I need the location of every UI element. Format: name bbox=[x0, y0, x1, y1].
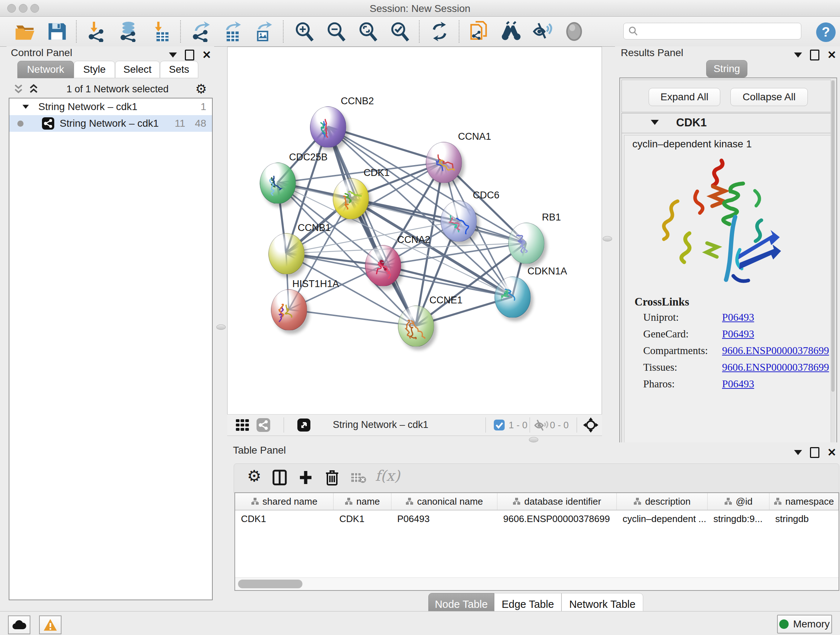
close-panel-icon[interactable]: ✕ bbox=[827, 446, 836, 459]
table-horizontal-scrollbar[interactable] bbox=[235, 578, 838, 590]
edge-CCNB2-CCNE1[interactable] bbox=[328, 127, 416, 326]
crosslink-value[interactable]: 9606.ENSP00000378699 bbox=[722, 361, 829, 373]
float-panel-icon[interactable] bbox=[794, 450, 802, 455]
edge-HIST1H1A-CCNE1[interactable] bbox=[289, 310, 416, 326]
table-cell[interactable]: cyclin–dependent ... bbox=[617, 510, 707, 527]
toggle-graphics-details-icon[interactable] bbox=[564, 21, 584, 42]
hide-selected-icon[interactable] bbox=[532, 21, 554, 42]
save-session-icon[interactable] bbox=[46, 21, 67, 42]
network-node-CCNB1[interactable] bbox=[268, 233, 305, 274]
crosslink-value[interactable]: P06493 bbox=[722, 328, 754, 340]
table-cell[interactable]: CDK1 bbox=[333, 510, 392, 527]
search-box[interactable] bbox=[623, 23, 801, 40]
maximize-panel-icon[interactable] bbox=[810, 447, 819, 458]
right-splitter-handle[interactable] bbox=[603, 236, 612, 241]
import-table-file-icon[interactable] bbox=[150, 21, 172, 42]
zoom-fit-icon[interactable] bbox=[357, 21, 378, 42]
network-row[interactable]: String Network – cdk1 11 48 bbox=[9, 115, 212, 132]
detach-view-icon[interactable] bbox=[297, 418, 311, 432]
expand-all-icon[interactable] bbox=[27, 83, 40, 95]
update-network-icon[interactable] bbox=[429, 21, 450, 42]
tab-network[interactable]: Network bbox=[17, 61, 74, 78]
import-network-file-icon[interactable] bbox=[86, 21, 107, 42]
table-cell[interactable]: CDK1 bbox=[235, 510, 333, 527]
tab-sets[interactable]: Sets bbox=[160, 61, 198, 78]
collapse-all-button[interactable]: Collapse All bbox=[730, 88, 808, 106]
table-cell[interactable]: P06493 bbox=[392, 510, 497, 527]
network-node-CCNA1[interactable] bbox=[426, 142, 462, 183]
results-scrollbar[interactable] bbox=[831, 80, 835, 455]
network-node-HIST1H1A[interactable] bbox=[271, 289, 307, 331]
zoom-in-icon[interactable] bbox=[294, 21, 315, 42]
network-collection-row[interactable]: String Network – cdk1 1 bbox=[9, 98, 212, 115]
tab-style[interactable]: Style bbox=[74, 61, 115, 78]
column-header-sharedname[interactable]: shared name bbox=[235, 493, 333, 510]
hidden-eye-icon[interactable] bbox=[534, 419, 548, 432]
import-network-database-icon[interactable] bbox=[118, 21, 139, 42]
table-cell[interactable]: stringdb:9... bbox=[707, 510, 769, 527]
column-header-id[interactable]: @id bbox=[707, 493, 769, 510]
close-panel-icon[interactable]: ✕ bbox=[202, 49, 211, 61]
node-label-CCNA2: CCNA2 bbox=[397, 234, 431, 245]
collapse-all-icon[interactable] bbox=[12, 83, 25, 95]
network-node-RB1[interactable] bbox=[508, 223, 545, 264]
add-column-icon[interactable] bbox=[298, 470, 313, 486]
network-node-CCNE1[interactable] bbox=[398, 306, 434, 347]
network-node-CDK1[interactable] bbox=[333, 178, 369, 219]
table-cell[interactable]: 9606.ENSP00000378699 bbox=[497, 510, 617, 527]
open-session-icon[interactable] bbox=[14, 21, 35, 42]
float-panel-icon[interactable] bbox=[169, 52, 177, 57]
export-table-icon[interactable] bbox=[221, 21, 242, 42]
search-input[interactable] bbox=[639, 25, 792, 37]
export-network-icon[interactable] bbox=[190, 21, 211, 42]
maximize-panel-icon[interactable] bbox=[185, 50, 194, 60]
warnings-button[interactable] bbox=[39, 616, 62, 634]
tab-string[interactable]: String bbox=[706, 60, 747, 78]
expand-all-button[interactable]: Expand All bbox=[649, 88, 720, 106]
table-row[interactable]: CDK1CDK1P064939606.ENSP00000378699cyclin… bbox=[235, 510, 838, 527]
tab-select[interactable]: Select bbox=[115, 61, 160, 78]
crosslink-value[interactable]: P06493 bbox=[722, 311, 754, 323]
bottom-splitter-handle[interactable] bbox=[529, 437, 538, 442]
float-panel-icon[interactable] bbox=[794, 52, 802, 57]
close-panel-icon[interactable]: ✕ bbox=[827, 49, 836, 61]
gene-header[interactable]: CDK1 bbox=[622, 113, 833, 133]
network-canvas[interactable]: CCNB2CCNA1CDC25BCDK1CDC6RB1CCNB1CCNA2CDK… bbox=[227, 47, 602, 415]
maximize-panel-icon[interactable] bbox=[810, 50, 819, 60]
crosslink-value[interactable]: 9606.ENSP00000378699 bbox=[722, 345, 829, 356]
network-node-CDC6[interactable] bbox=[441, 201, 477, 242]
network-node-CDKN1A[interactable] bbox=[494, 277, 531, 318]
network-node-CCNA2[interactable] bbox=[365, 245, 401, 287]
zoom-out-icon[interactable] bbox=[325, 21, 347, 42]
selected-count: 1 - 0 bbox=[508, 420, 527, 431]
export-image-icon[interactable] bbox=[253, 21, 273, 42]
birdseye-view-icon[interactable] bbox=[583, 417, 599, 433]
network-from-selection-icon[interactable] bbox=[468, 21, 489, 42]
grid-view-icon[interactable] bbox=[235, 418, 249, 432]
network-node-CDC25B[interactable] bbox=[260, 163, 296, 204]
first-neighbors-icon[interactable] bbox=[501, 21, 522, 42]
zoom-selected-icon[interactable] bbox=[389, 21, 410, 42]
cloud-button[interactable] bbox=[8, 616, 30, 634]
function-builder-icon[interactable]: f(x) bbox=[375, 467, 400, 484]
table-cell[interactable]: stringdb bbox=[769, 510, 838, 527]
delete-column-icon[interactable] bbox=[325, 470, 339, 486]
column-header-name[interactable]: name bbox=[333, 493, 392, 510]
selected-checkbox-icon[interactable] bbox=[493, 419, 505, 431]
delete-table-icon[interactable] bbox=[351, 472, 366, 484]
gene-collapse-icon[interactable] bbox=[651, 120, 659, 125]
column-header-namespace[interactable]: namespace bbox=[769, 493, 838, 510]
column-header-databaseidentifier[interactable]: database identifier bbox=[497, 493, 617, 510]
crosslink-value[interactable]: P06493 bbox=[722, 378, 754, 390]
network-options-gear-icon[interactable]: ⚙ bbox=[195, 82, 207, 96]
column-header-canonicalname[interactable]: canonical name bbox=[392, 493, 497, 510]
network-view-share-icon[interactable] bbox=[256, 418, 271, 432]
collection-expand-icon[interactable] bbox=[22, 105, 29, 109]
left-splitter-handle[interactable] bbox=[216, 325, 226, 330]
help-icon[interactable]: ? bbox=[815, 22, 836, 43]
network-node-CCNB2[interactable] bbox=[310, 106, 346, 148]
table-options-gear-icon[interactable]: ⚙ bbox=[247, 470, 261, 483]
column-header-description[interactable]: description bbox=[617, 493, 707, 510]
show-columns-icon[interactable] bbox=[272, 470, 287, 486]
memory-button[interactable]: Memory bbox=[777, 615, 832, 633]
